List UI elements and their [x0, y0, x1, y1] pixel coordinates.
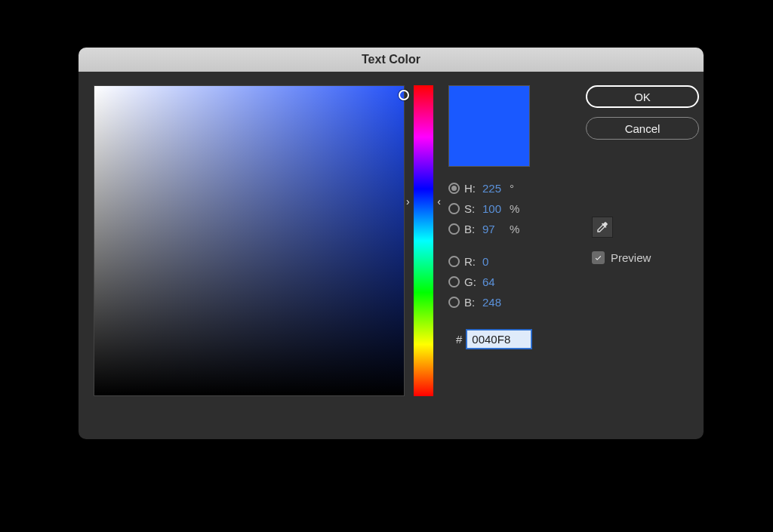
- blue-label: B:: [464, 296, 478, 309]
- sb-black-gradient: [94, 86, 404, 395]
- color-picker-window: Text Color › ‹ H: 225 °: [79, 48, 704, 439]
- eyedropper-icon: [596, 220, 609, 234]
- brightness-value[interactable]: 97: [482, 223, 504, 235]
- hex-input[interactable]: [467, 330, 531, 349]
- brightness-label: B:: [464, 223, 478, 235]
- preview-row: Preview: [592, 251, 651, 264]
- hex-hash: #: [456, 333, 462, 346]
- hue-unit: °: [510, 182, 514, 195]
- preview-checkbox[interactable]: [592, 251, 605, 264]
- saturation-label: S:: [464, 202, 478, 215]
- brightness-unit: %: [510, 223, 519, 235]
- hue-marker-right-icon: ‹: [437, 195, 441, 208]
- saturation-radio[interactable]: [448, 203, 460, 214]
- saturation-unit: %: [510, 202, 519, 215]
- eyedropper-button[interactable]: [592, 217, 613, 238]
- preview-label: Preview: [611, 251, 651, 264]
- saturation-row: S: 100 %: [448, 202, 563, 215]
- titlebar: Text Color: [79, 48, 704, 72]
- actions-column: OK Cancel Preview: [572, 85, 699, 396]
- ok-button[interactable]: OK: [586, 85, 699, 108]
- hex-row: #: [456, 330, 563, 349]
- hue-label: H:: [464, 182, 478, 195]
- hue-value[interactable]: 225: [482, 182, 504, 195]
- hue-strip[interactable]: [414, 85, 433, 396]
- hue-radio[interactable]: [448, 183, 460, 194]
- hue-strip-wrapper: › ‹: [414, 85, 433, 396]
- sb-cursor[interactable]: [399, 90, 409, 100]
- tools-group: Preview: [592, 217, 651, 264]
- window-title: Text Color: [362, 53, 420, 66]
- blue-row: B: 248: [448, 296, 563, 309]
- hue-marker-left-icon: ›: [406, 195, 410, 208]
- color-swatch[interactable]: [448, 85, 530, 167]
- hue-row: H: 225 °: [448, 182, 563, 195]
- saturation-value[interactable]: 100: [482, 202, 504, 215]
- red-value[interactable]: 0: [482, 255, 504, 268]
- brightness-row: B: 97 %: [448, 223, 563, 235]
- green-label: G:: [464, 275, 478, 288]
- red-row: R: 0: [448, 255, 563, 268]
- check-icon: [594, 254, 602, 262]
- red-radio[interactable]: [448, 256, 460, 267]
- cancel-button[interactable]: Cancel: [586, 117, 699, 140]
- values-column: H: 225 ° S: 100 % B: 97 %: [442, 85, 563, 396]
- blue-value[interactable]: 248: [482, 296, 504, 309]
- green-radio[interactable]: [448, 276, 460, 288]
- green-row: G: 64: [448, 275, 563, 288]
- green-value[interactable]: 64: [482, 275, 504, 288]
- saturation-brightness-field[interactable]: [94, 85, 405, 396]
- red-label: R:: [464, 255, 478, 268]
- content-area: › ‹ H: 225 ° S: 100 %: [79, 72, 704, 411]
- blue-radio[interactable]: [448, 297, 460, 308]
- brightness-radio[interactable]: [448, 223, 460, 235]
